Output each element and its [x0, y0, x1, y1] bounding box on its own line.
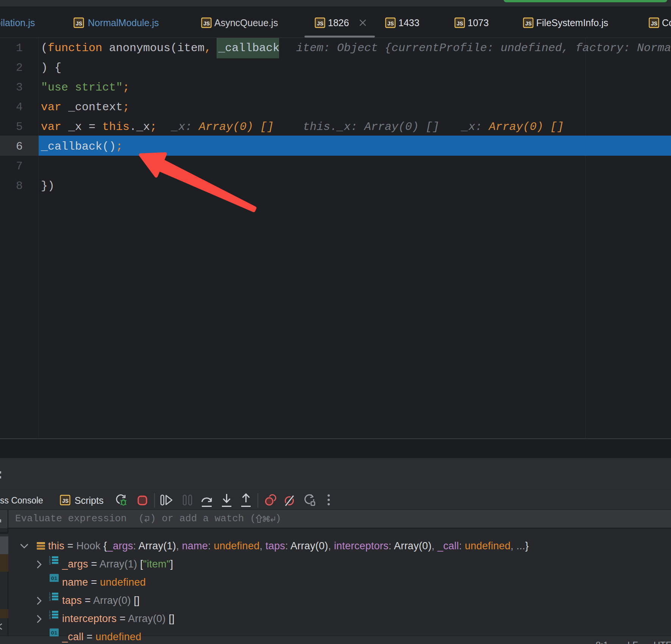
svg-text:3: 3 [49, 598, 51, 601]
svg-text:01: 01 [51, 575, 58, 581]
svg-text:JS: JS [387, 20, 394, 27]
svg-text:JS: JS [651, 20, 657, 27]
svg-text:3: 3 [49, 561, 51, 564]
svg-text:JS: JS [76, 20, 82, 27]
svg-text:JS: JS [62, 497, 69, 504]
svg-text:JS: JS [203, 20, 210, 27]
svg-text:01: 01 [51, 630, 58, 636]
svg-text:JS: JS [457, 20, 463, 27]
svg-text:3: 3 [49, 616, 51, 619]
svg-text:JS: JS [317, 20, 323, 27]
svg-text:JS: JS [525, 20, 532, 27]
